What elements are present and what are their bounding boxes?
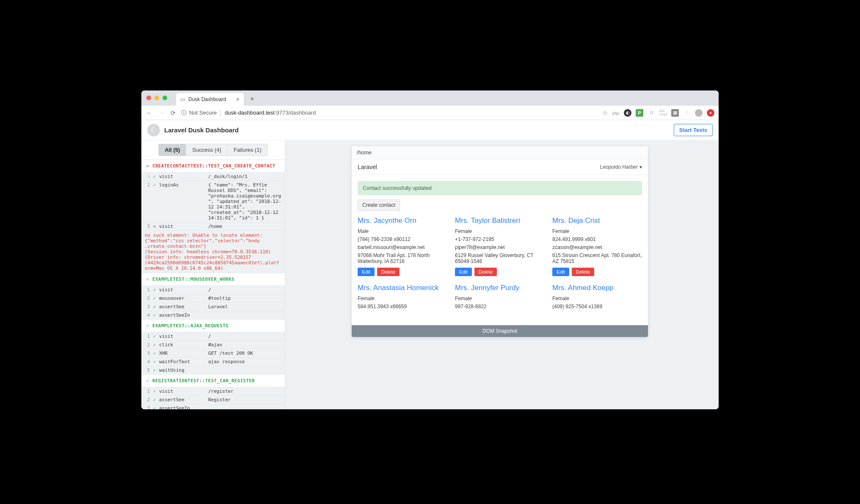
pass-icon: ✓ [146,323,150,329]
delete-button[interactable]: Delete [572,268,594,276]
contact-name[interactable]: Mrs. Deja Crist [552,216,642,225]
close-tab-icon[interactable]: × [236,96,240,103]
step-argument: /home [208,224,281,229]
test-step[interactable]: 3✓assertSeeLaravel [141,302,285,311]
test-step[interactable]: 5✓waitUsing [141,366,285,374]
reload-icon[interactable]: ⟳ [169,110,177,116]
delete-button[interactable]: Delete [377,268,400,276]
extension-icon[interactable]: ✿ [648,109,655,117]
step-number: 4 [145,312,150,318]
preview-user-menu[interactable]: Leopoldo Harber ▾ [600,164,642,170]
test-group-header[interactable]: ✓EXAMPLETEST::MOUSEOVER_WORKS [141,273,285,285]
step-action: loginAs [159,182,206,188]
browser-tab[interactable]: ▭ Dusk Dashboard × [176,93,244,106]
preview-url: /home [352,146,648,159]
profile-avatar-icon[interactable] [695,109,703,117]
contact-address: 615 Strosin Crescent Apt. 780 Eunafort, … [552,252,642,264]
test-step[interactable]: 1✓visit/register [141,387,285,395]
extension-icon[interactable]: WSChart [659,109,667,117]
minimize-window-icon[interactable] [154,96,159,100]
edit-button[interactable]: Edit [552,268,569,276]
url-display[interactable]: dusk-dashboard.test:9773/dashboard [225,110,598,116]
contact-name[interactable]: Mrs. Ahmed Koepp [552,284,642,292]
contact-name[interactable]: Mrs. Anastasia Homenick [358,284,447,292]
contact-name[interactable]: Mrs. Jennyfer Purdy [455,284,545,292]
preview-navbar: Laravel Leopoldo Harber ▾ [352,159,648,175]
back-icon[interactable]: ← [146,110,153,116]
step-action: assertSeeIn [159,312,206,318]
contact-phone: (409) 925-7504 x1369 [552,304,642,310]
contact-card: Mrs. Ahmed KoeppFemale(409) 925-7504 x13… [552,284,642,312]
filter-success[interactable]: Success (4) [186,144,228,156]
preview-brand[interactable]: Laravel [358,164,377,170]
extension-icon[interactable]: ▦ [671,109,679,117]
step-action: visit [159,389,206,394]
contact-actions: EditDelete [358,268,447,276]
php-extension-icon[interactable]: php [612,109,620,117]
edit-button[interactable]: Edit [455,268,472,276]
test-step[interactable]: 3✓assertSeeIn [141,404,285,409]
extension-icon[interactable]: ● [707,109,714,117]
bookmark-icon[interactable]: ☆ [602,109,608,117]
edit-button[interactable]: Edit [358,268,375,276]
test-step[interactable]: 1✓visit/ [141,285,285,294]
test-step[interactable]: 2✓loginAs{ "name": "Mrs. Effie Russel DD… [141,181,285,222]
start-tests-button[interactable]: Start Tests [674,124,713,136]
contact-actions: EditDelete [552,268,642,276]
fail-icon: ✕ [152,224,157,229]
step-action: click [159,342,206,348]
forward-icon[interactable]: → [157,110,165,116]
step-number: 2 [145,342,150,348]
extension-icon[interactable]: ◐ [624,109,631,117]
extension-icon[interactable]: ⋮ [683,109,691,117]
pass-icon: ✓ [152,304,157,310]
dom-snapshot-button[interactable]: DOM Snapshot [352,325,648,337]
pass-icon: ✓ [146,277,150,282]
test-step[interactable]: 4✓waitForTextajax response [141,357,285,366]
new-tab-button[interactable]: + [246,93,258,105]
close-window-icon[interactable] [146,96,151,100]
contact-phone: +1-737-972-2195 [455,236,545,242]
test-step[interactable]: 2✓click#ajax [141,340,285,349]
test-step[interactable]: 1✓visit/ [141,332,285,340]
fail-icon: ✕ [146,163,150,169]
filter-all[interactable]: All (5) [158,144,186,156]
test-step[interactable]: ⁞✓visit/_dusk/login/1 [141,172,285,181]
pass-icon: ✓ [152,174,157,179]
test-group-header[interactable]: ✓EXAMPLETEST::AJAX_REQUESTS [141,320,285,332]
contact-gender: Female [455,296,545,301]
test-name: REGISTRATIONTEST::TEST_CAN_REGISTER [152,378,255,383]
pass-icon: ✓ [152,334,157,339]
test-group-header[interactable]: ✕CREATECONTACTTEST::TEST_CAN_CREATE_CONT… [141,160,285,172]
test-group-header[interactable]: ✓REGISTRATIONTEST::TEST_CAN_REGISTER [141,375,285,387]
contact-card: Mrs. Jennyfer PurdyFemale997-928-6822 [455,284,545,312]
security-indicator[interactable]: ⓘ Not Secure [181,109,221,117]
delete-button[interactable]: Delete [474,268,497,276]
test-step[interactable]: 2✓assertSeeRegister [141,395,285,404]
page: ☾ Laravel Dusk Dashboard Start Tests All… [141,120,719,409]
maximize-window-icon[interactable] [163,96,167,100]
test-step[interactable]: 3✕visit/home [141,222,285,230]
step-argument: #tooltip [208,296,281,301]
test-name: CREATECONTACTTEST::TEST_CAN_CREATE_CONTA… [152,163,276,169]
contact-phone: 824.491.9999 x601 [552,236,642,242]
pass-icon: ✓ [152,367,157,373]
contact-card: Mrs. Taylor BalistreriFemale+1-737-972-2… [455,216,545,276]
contact-email: zcassin@example.net [552,244,642,250]
test-step[interactable]: 4✓assertSeeIn [141,311,285,319]
test-step[interactable]: 2✓mouseover#tooltip [141,294,285,302]
extension-icon[interactable]: P [636,109,643,117]
contact-name[interactable]: Mrs. Taylor Balistreri [455,216,545,225]
test-list[interactable]: ✕CREATECONTACTTEST::TEST_CAN_CREATE_CONT… [141,160,285,409]
contact-name[interactable]: Mrs. Jacynthe Orn [358,216,447,225]
step-number: 1 [145,389,150,394]
step-number: 3 [145,405,150,409]
step-action: visit [159,174,206,179]
create-contact-button[interactable]: Create contact [358,200,400,211]
step-number: 3 [145,304,150,310]
step-argument: Register [208,397,281,403]
test-step[interactable]: 3✓XHRGET /test 200 OK [141,349,285,357]
window-controls [146,96,167,100]
not-secure-label: Not Secure [189,110,217,116]
filter-failures[interactable]: Failures (1) [228,144,268,156]
